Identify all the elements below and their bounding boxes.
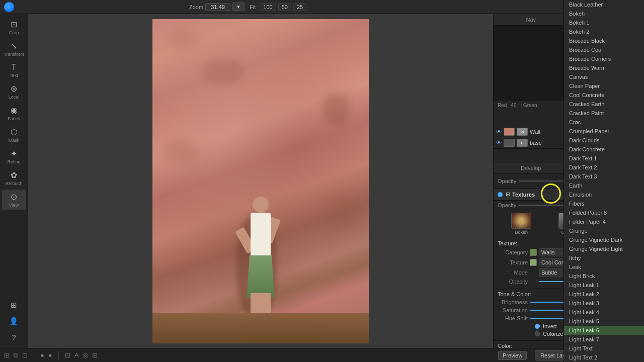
tex-list-item[interactable]: Light Leak 2 [564,290,644,299]
bb-icon-4[interactable]: ⊡ [65,351,70,359]
bb-icon-2[interactable]: ⧉ [14,351,18,359]
tex-list-item[interactable]: Grunge Vignette Dark [564,235,644,244]
mask-icon: ⬡ [11,127,18,137]
tex-list-item[interactable]: Croc [564,118,644,127]
saturation-label: Saturation [498,307,528,313]
mask-label: Mask [9,138,20,143]
colorize-radio[interactable] [535,331,540,336]
fit-val-3[interactable]: 25 [293,3,306,11]
tex-list-item[interactable]: Fibers [564,199,644,208]
zoom-value[interactable]: 31.49 [205,3,230,11]
tex-list-item[interactable]: Cracked Paint [564,109,644,118]
tex-list-item[interactable]: Clean Paper [564,81,644,90]
fit-val-2[interactable]: 50 [278,3,291,11]
tool-local[interactable]: ⊕ Local [2,81,26,102]
brightness-label: Brightness [498,299,528,305]
tool-people[interactable]: 👤 [2,314,26,328]
tex-list-item[interactable]: Light Brick [564,272,644,281]
invert-radio[interactable] [535,324,540,329]
tool-crop[interactable]: ⊡ Crop [2,17,26,38]
tex-opacity-label: Opacity [498,202,516,208]
photo [152,19,369,343]
hue-shift-label: Hue Shift [498,315,528,321]
tex-list-item[interactable]: Folded Paper 8 [564,208,644,217]
tex-list-item[interactable]: Dark Text 3 [564,172,644,181]
tab-nav[interactable]: Nav [494,14,569,25]
tab-develop[interactable]: Develop [494,162,569,173]
crop-label: Crop [9,30,19,35]
tex-list-item[interactable]: Light Leak 7 [564,335,644,344]
tex-list-item[interactable]: Itchy [564,253,644,262]
figure-skirt [247,255,275,298]
tex-list-item[interactable]: Cool Concrete [564,90,644,100]
tool-help[interactable]: ? [2,330,26,344]
tex-list-item[interactable]: Dark Concrete [564,145,644,154]
tex-list-item[interactable]: Brocade Cool [564,45,644,54]
tex-list-item[interactable]: Dark Clouds [564,136,644,145]
tool-mask[interactable]: ⬡ Mask [2,125,26,145]
tex-item-bokeh[interactable]: Bokeh [511,213,531,235]
tool-text[interactable]: T Text [2,60,26,80]
bb-icon-1[interactable]: ⊞ [4,351,10,359]
canvas-area [28,14,493,348]
tex-list-item[interactable]: Crumpled Paper [564,127,644,136]
tool-faces[interactable]: ◉ Faces [2,103,26,124]
layer-type-base: B [517,139,528,147]
tex-list-item[interactable]: Cracked Earth [564,100,644,109]
zoom-dropdown[interactable]: ▾ [232,3,245,11]
tex-list-item[interactable]: Brocade Corners [564,54,644,63]
tex-list-item[interactable]: Brocade Warm [564,63,644,72]
tex-list-item[interactable]: Dark Text 2 [564,163,644,172]
tool-refine[interactable]: ✦ Refine [2,146,26,167]
bb-icon-6[interactable]: ◎ [83,351,88,359]
bb-icon-7[interactable]: ⊞ [92,351,98,359]
tex-list-item[interactable]: Bokeh 2 [564,27,644,36]
tex-list-item[interactable]: Earth [564,181,644,190]
tex-list-item[interactable]: Light Leak 6 [564,326,644,335]
view-icon: ⊙ [11,192,17,202]
zoom-label: Zoom [189,4,203,10]
help-icon: ? [12,333,16,341]
tex-list-item[interactable]: Canvas [564,72,644,81]
tool-transform[interactable]: ⤡ Transform [2,39,26,59]
tex-list-item[interactable]: Light Leak 1 [564,281,644,290]
layer-thumb-base [504,139,515,147]
hist-green: | Green [520,103,537,108]
tool-retouch[interactable]: ✿ Retouch [2,168,26,189]
text-label: Text [10,73,18,78]
tex-list-item[interactable]: Light Text [564,344,644,348]
layers-icon: ⊞ [11,301,17,310]
tex-list-item[interactable]: Grunge [564,226,644,235]
fit-val-1[interactable]: 100 [260,3,276,11]
faces-icon: ◉ [11,106,18,115]
layer-eye-wall[interactable]: 👁 [497,129,502,135]
tex-list-item[interactable]: Bokeh 1 [564,18,644,27]
tex-list-item[interactable]: Grunge Vignette Light [564,244,644,253]
tex-list-item[interactable]: Brocade Black [564,36,644,45]
figure-head [253,197,269,213]
bb-icon-3[interactable]: ⊡ [22,351,28,359]
layer-thumb-wall [504,128,515,136]
tex-list-item[interactable]: Leak [564,262,644,272]
preview-button[interactable]: Preview [498,351,527,360]
tool-layers[interactable]: ⊞ [2,298,26,312]
tex-thumb-bokeh [511,213,531,229]
tex-list-item[interactable]: Dark Text 1 [564,154,644,163]
texture-list-panel: Black LeatherBokehBokeh 1Bokeh 2Brocade … [564,14,644,348]
transform-icon: ⤡ [11,41,17,51]
layer-eye-base[interactable]: 👁 [497,140,502,146]
tex-list-item[interactable]: Bokeh [564,14,644,18]
bb-dot-right: ● [48,351,52,359]
tex-list-item[interactable]: Light Leak 5 [564,317,644,326]
bb-icon-5[interactable]: A [74,351,79,359]
bb-separator-2 [58,351,59,359]
tool-view[interactable]: ⊙ View [2,190,26,210]
tex-list-item[interactable]: Folder Paper 4 [564,217,644,226]
tex-list-item[interactable]: Light Leak 3 [564,299,644,308]
textures-active-dot [498,192,503,197]
tex-list-item[interactable]: Light Leak 4 [564,308,644,317]
layer-type-wall: W [517,128,528,136]
tex-list-item[interactable]: Emulsion [564,190,644,199]
texture-swatch [530,259,537,266]
refine-icon: ✦ [11,149,17,158]
